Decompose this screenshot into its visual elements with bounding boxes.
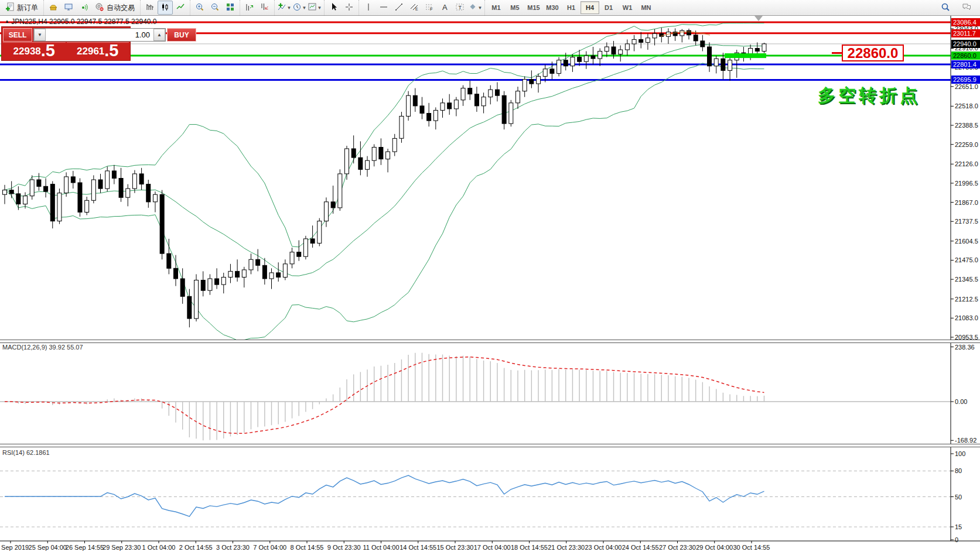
crosshair-icon bbox=[344, 2, 354, 13]
rsi-tick-label: 15 bbox=[955, 523, 962, 530]
macd-indicator-label: MACD(12,26,9) 39.92 55.07 bbox=[2, 344, 83, 351]
sell-price[interactable]: 22938.5 bbox=[3, 42, 66, 59]
chat-button[interactable] bbox=[959, 1, 974, 15]
horizontal-line-button[interactable] bbox=[376, 1, 391, 15]
template-button[interactable]: ▼ bbox=[307, 1, 322, 15]
new-order-button[interactable]: 新订单 bbox=[2, 1, 42, 14]
volume-decrease-button[interactable]: ▼ bbox=[34, 29, 46, 41]
svg-text:E: E bbox=[415, 7, 418, 11]
zoom-in-button[interactable] bbox=[192, 1, 207, 15]
sell-button[interactable]: SELL bbox=[3, 28, 32, 42]
timeframe-w1[interactable]: W1 bbox=[618, 1, 637, 14]
time-tick-label: 15 Oct 23:30 bbox=[437, 544, 474, 551]
zoom-out-icon bbox=[210, 2, 220, 13]
symbol-marker-icon: ▲ bbox=[5, 19, 9, 24]
time-tick-label: 29 Sep 23:30 bbox=[103, 544, 141, 551]
text-icon: A bbox=[440, 2, 449, 13]
chart-ohlc-values: 22905.0 22947.5 22877.5 22940.0 bbox=[49, 18, 157, 26]
label-button[interactable]: T bbox=[452, 1, 467, 15]
chart-title: ▲ JPN225,H4 22905.0 22947.5 22877.5 2294… bbox=[5, 18, 157, 26]
price-level-flag: 22695.9 bbox=[951, 76, 980, 84]
chevron-down-icon: ▼ bbox=[302, 5, 307, 11]
chart-shift-marker-icon[interactable] bbox=[754, 16, 763, 21]
volume-increase-button[interactable]: ▲ bbox=[153, 29, 165, 41]
price-level-flag: 22801.4 bbox=[951, 60, 980, 68]
text-button[interactable]: A bbox=[437, 1, 452, 15]
panel-separator[interactable] bbox=[0, 340, 980, 343]
fibonacci-button[interactable]: F bbox=[422, 1, 437, 15]
volume-input[interactable] bbox=[46, 29, 153, 41]
candlestick-chart-button[interactable] bbox=[158, 1, 173, 15]
zoom-out-button[interactable] bbox=[207, 1, 223, 15]
line-chart-button[interactable] bbox=[173, 1, 188, 15]
time-tick-label: 25 Sep 04:00 bbox=[29, 544, 67, 551]
buy-button[interactable]: BUY bbox=[167, 28, 196, 42]
timeframe-mn[interactable]: MN bbox=[637, 1, 655, 14]
arrange-up-button[interactable] bbox=[242, 1, 257, 15]
price-level-flag: 23086.4 bbox=[951, 18, 980, 26]
time-tick-label: 9 Oct 23:30 bbox=[327, 544, 361, 551]
time-tick-label: 2 Oct 14:55 bbox=[179, 544, 213, 551]
timeframe-d1[interactable]: D1 bbox=[599, 1, 618, 14]
toolbar-group: 新订单 bbox=[0, 0, 43, 15]
channel-button[interactable]: E bbox=[407, 1, 422, 15]
vertical-line-button[interactable] bbox=[361, 1, 376, 15]
bar-chart-icon bbox=[145, 2, 155, 13]
panel-separator[interactable] bbox=[0, 444, 980, 447]
macd-tick-label: -168.92 bbox=[955, 437, 976, 444]
buy-price[interactable]: 22961.5 bbox=[67, 42, 129, 59]
add-indicator-button[interactable]: ▼ bbox=[276, 1, 292, 15]
candlestick-chart-icon bbox=[161, 2, 170, 13]
buy-price-fraction: .5 bbox=[104, 43, 118, 59]
timeframe-m30[interactable]: M30 bbox=[543, 1, 562, 14]
tile-windows-button[interactable] bbox=[223, 1, 238, 15]
gold-icon bbox=[49, 2, 58, 13]
svg-text:T: T bbox=[459, 4, 462, 10]
period-clock-button[interactable]: ▼ bbox=[292, 1, 307, 15]
callout-dash bbox=[832, 52, 842, 54]
time-tick-label: 23 Sep 2019 bbox=[0, 544, 29, 551]
rsi-indicator-label: RSI(14) 62.1861 bbox=[2, 449, 50, 456]
timeframe-h1[interactable]: H1 bbox=[562, 1, 581, 14]
price-level-callout[interactable]: 22860.0 bbox=[842, 44, 904, 61]
time-tick-label: 3 Oct 23:30 bbox=[216, 544, 250, 551]
bar-chart-button[interactable] bbox=[142, 1, 158, 15]
price-tick-label: 21604.5 bbox=[955, 238, 978, 245]
timeframe-m5[interactable]: M5 bbox=[506, 1, 524, 14]
macd-tick-label: 0.00 bbox=[955, 398, 967, 405]
toolbar-group bbox=[190, 0, 240, 15]
buy-price-main: 22961 bbox=[77, 44, 104, 59]
crosshair-button[interactable] bbox=[342, 1, 357, 15]
price-level-flag: 22860.0 bbox=[951, 52, 980, 60]
template-icon bbox=[308, 2, 317, 13]
timeframe-m15[interactable]: M15 bbox=[524, 1, 543, 14]
tile-windows-icon bbox=[226, 2, 235, 13]
autotrade-button[interactable]: 自动交易 bbox=[91, 1, 138, 14]
time-tick-label: 26 Sep 14:55 bbox=[66, 544, 104, 551]
shapes-button[interactable]: ▼ bbox=[467, 1, 483, 15]
search-button[interactable] bbox=[938, 1, 953, 15]
time-tick-label: 30 Oct 14:55 bbox=[733, 544, 770, 551]
label-icon: T bbox=[455, 2, 465, 13]
price-tick-label: 21212.5 bbox=[955, 296, 978, 303]
signal-button[interactable] bbox=[76, 1, 91, 15]
arrange-down-icon bbox=[260, 2, 269, 13]
cursor-button[interactable] bbox=[326, 1, 342, 15]
volume-stepper[interactable]: ▼ ▲ bbox=[33, 28, 166, 42]
toolbar-button-label: 新订单 bbox=[17, 3, 38, 13]
fibonacci-icon: F bbox=[425, 2, 434, 13]
trendline-button[interactable] bbox=[391, 1, 407, 15]
time-axis[interactable]: 23 Sep 201925 Sep 04:0026 Sep 14:5529 Se… bbox=[0, 542, 980, 555]
arrange-down-button[interactable] bbox=[257, 1, 272, 15]
gold-button[interactable] bbox=[46, 1, 61, 15]
price-tick-label: 21345.5 bbox=[955, 276, 978, 283]
chart-text-annotation[interactable]: 多空转折点 bbox=[818, 84, 920, 108]
price-tick-label: 21867.0 bbox=[955, 199, 978, 206]
time-tick-label: 21 Oct 23:30 bbox=[548, 544, 585, 551]
chart-symbol: JPN225,H4 bbox=[11, 18, 47, 26]
screen-button[interactable] bbox=[61, 1, 76, 15]
timeframe-h4[interactable]: H4 bbox=[581, 1, 599, 14]
autotrade-icon bbox=[95, 2, 104, 13]
timeframe-m1[interactable]: M1 bbox=[487, 1, 506, 14]
price-tick-label: 21083.0 bbox=[955, 314, 978, 321]
